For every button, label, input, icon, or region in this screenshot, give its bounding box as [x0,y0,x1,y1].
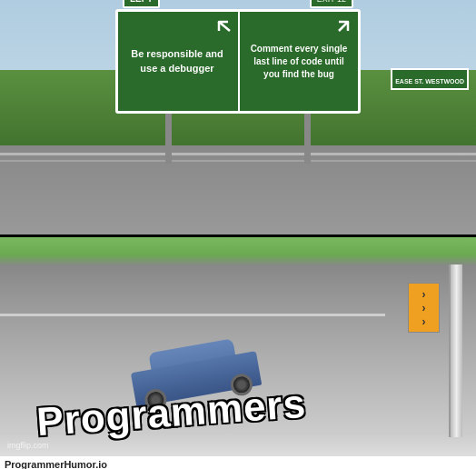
arrow-up-right-icon [333,16,353,36]
guardrail [449,264,462,437]
ease-st-text: EASE ST. WESTWOOD [395,78,464,85]
bottom-scene: › › › Programmers imgflip.com [0,237,476,455]
sign-left-panel: Be responsible and use a debugger [118,12,240,111]
arrow-up-left-icon [213,16,233,36]
highway-sign-wrapper: LEFT EXIT 12 Be responsible and use a de… [115,9,361,114]
meme-container: EASE ST. WESTWOOD LEFT EXIT 12 Be respon… [0,0,476,469]
chevron-arrow-2: › [422,303,426,314]
ground [0,145,476,234]
footer-bar: ProgrammerHumor.io [0,455,476,469]
exit-label: EXIT 12 [310,0,353,8]
sign-left-text: Be responsible and use a debugger [125,47,229,75]
top-scene: EASE ST. WESTWOOD LEFT EXIT 12 Be respon… [0,0,476,234]
sign-right-panel: Comment every single last line of code u… [240,12,358,111]
exit-label-text: EXIT 12 [317,0,346,4]
chevron-arrow-3: › [422,316,426,327]
left-label-text: LEFT [130,0,153,4]
left-label: LEFT [123,0,160,8]
footer-text: ProgrammerHumor.io [5,459,107,470]
sign-board: LEFT EXIT 12 Be responsible and use a de… [115,9,361,114]
chevron-arrow-1: › [422,289,426,300]
imgflip-watermark: imgflip.com [7,441,49,450]
ease-st-sign: EASE ST. WESTWOOD [391,68,469,90]
sign-right-text: Comment every single last line of code u… [247,43,351,81]
chevron-sign: › › › [408,283,440,333]
road-line [0,314,385,316]
